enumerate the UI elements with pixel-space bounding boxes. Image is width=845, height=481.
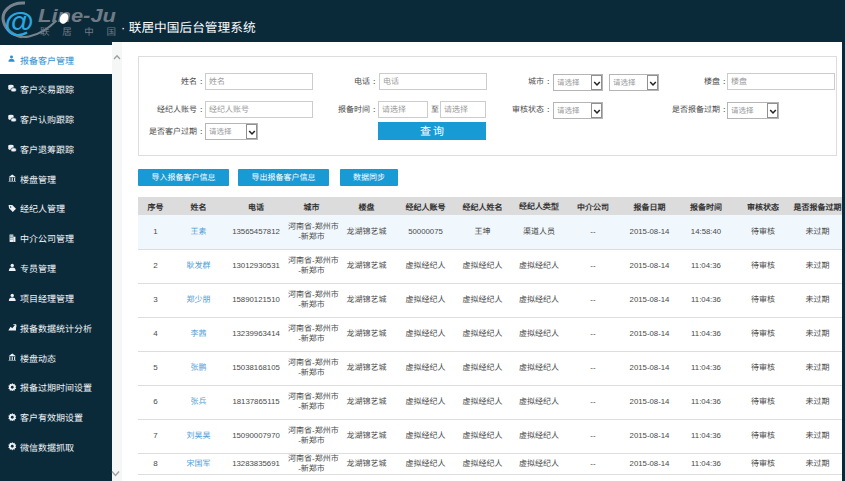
svg-text:Line-Ju: Line-Ju [38,5,116,26]
svg-text:@: @ [5,5,34,38]
